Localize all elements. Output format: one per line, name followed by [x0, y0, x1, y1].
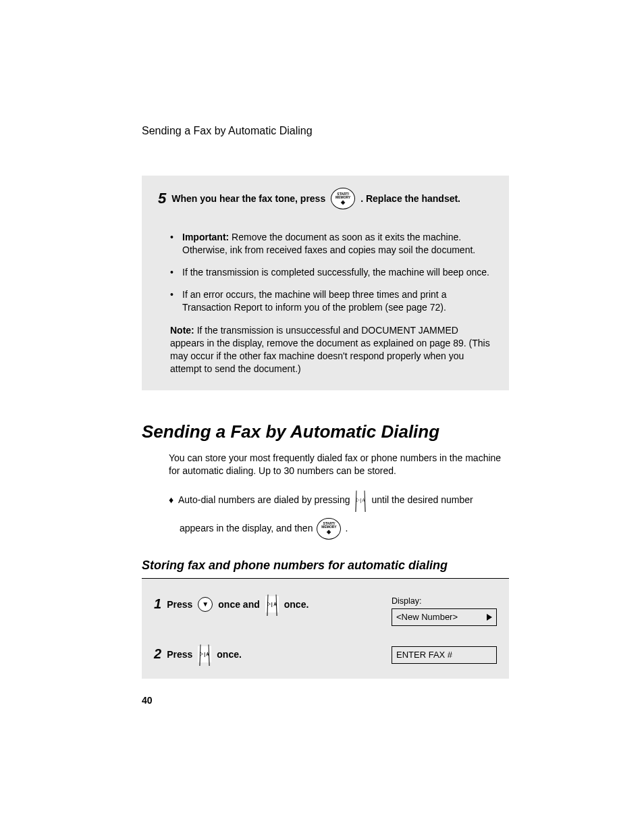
procedure-row-1: 1 Press ▼ once and ▷|Ａ once. Display: <N…	[154, 596, 497, 626]
step5-number: 5	[158, 190, 166, 207]
display-box-2: ENTER FAX #	[392, 646, 497, 664]
subheading: Storing fax and phone numbers for automa…	[142, 558, 509, 573]
display-column-2: ENTER FAX #	[392, 646, 497, 664]
step5-row: 5 When you hear the fax tone, press STAR…	[158, 188, 493, 209]
running-head: Sending a Fax by Automatic Dialing	[142, 125, 313, 137]
display-label: Display:	[392, 596, 497, 606]
start-memory-icon: START/ MEMORY ◈	[317, 518, 341, 540]
list-item: Important: Remove the document as soon a…	[182, 231, 493, 257]
display-box-1: <New Number>	[392, 608, 497, 626]
proc2-number: 2	[154, 646, 161, 662]
nav-key-icon: ▷|Ａ	[265, 596, 279, 613]
diamond-bullet-icon: ♦	[169, 494, 174, 507]
list-item: If an error occurs, the machine will bee…	[182, 288, 493, 314]
step5-note: Note: If the transmission is unsuccessfu…	[158, 324, 493, 375]
procedure-row-2-left: 2 Press ▷|Ａ once.	[154, 646, 385, 662]
triangle-key-icon: ▼	[198, 597, 213, 612]
step5-text-before: When you hear the fax tone, press	[171, 193, 325, 204]
step5-box: 5 When you hear the fax tone, press STAR…	[142, 176, 509, 390]
procedure-row-2: 2 Press ▷|Ａ once. ENTER FAX #	[154, 646, 497, 664]
play-right-icon	[487, 614, 492, 621]
proc1-number: 1	[154, 596, 161, 612]
page: Sending a Fax by Automatic Dialing 5 Whe…	[0, 0, 644, 834]
page-number: 40	[142, 695, 153, 706]
display-column-1: Display: <New Number>	[392, 596, 497, 626]
auto-dial-paragraph-2: appears in the display, and then START/ …	[142, 518, 509, 540]
step5-bullets: Important: Remove the document as soon a…	[158, 220, 493, 313]
procedure-row-1-left: 1 Press ▼ once and ▷|Ａ once.	[154, 596, 385, 613]
list-item: If the transmission is completed success…	[182, 266, 493, 279]
nav-key-icon: ▷|Ａ	[354, 492, 367, 509]
section-heading: Sending a Fax by Automatic Dialing	[142, 421, 509, 442]
start-memory-icon: START/ MEMORY ◈	[331, 188, 355, 209]
step5-text-after: . Replace the handset.	[360, 193, 460, 204]
procedure-box: 1 Press ▼ once and ▷|Ａ once. Display: <N…	[142, 579, 509, 679]
nav-key-icon: ▷|Ａ	[198, 646, 211, 662]
intro-text: You can store your most frequently diale…	[142, 452, 509, 477]
auto-dial-paragraph: ♦ Auto-dial numbers are dialed by pressi…	[142, 492, 509, 509]
